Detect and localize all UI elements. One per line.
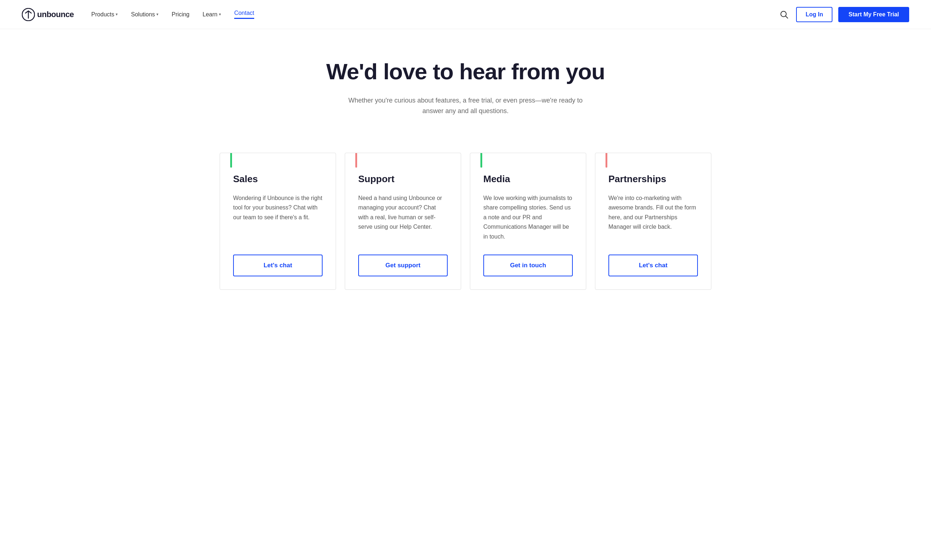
card-sales: Sales Wondering if Unbounce is the right…	[220, 153, 336, 290]
svg-line-2	[786, 16, 788, 18]
card-accent-partnerships	[606, 153, 607, 168]
trial-button[interactable]: Start My Free Trial	[838, 7, 909, 22]
nav-link-products[interactable]: Products ▾	[91, 11, 118, 18]
card-button-media[interactable]: Get in touch	[483, 255, 573, 276]
chevron-down-icon: ▾	[115, 12, 118, 17]
nav-link-pricing[interactable]: Pricing	[172, 11, 189, 18]
nav-link-learn[interactable]: Learn ▾	[203, 11, 221, 18]
card-accent-sales	[230, 153, 232, 168]
search-button[interactable]	[778, 8, 790, 21]
card-title-sales: Sales	[233, 174, 323, 185]
login-button[interactable]: Log In	[796, 7, 833, 22]
logo-link[interactable]: unbounce	[22, 8, 74, 21]
nav-item-pricing: Pricing	[172, 11, 189, 18]
card-desc-support: Need a hand using Unbounce or managing y…	[358, 194, 448, 242]
chevron-down-icon: ▾	[219, 12, 221, 17]
nav-item-contact: Contact	[234, 10, 254, 19]
chevron-down-icon: ▾	[156, 12, 159, 17]
hero-section: We'd love to hear from you Whether you'r…	[0, 29, 931, 138]
card-accent-support	[355, 153, 357, 168]
card-desc-partnerships: We're into co-marketing with awesome bra…	[608, 194, 698, 242]
card-support: Support Need a hand using Unbounce or ma…	[345, 153, 461, 290]
card-desc-media: We love working with journalists to shar…	[483, 194, 573, 242]
nav-item-solutions: Solutions ▾	[131, 11, 159, 18]
nav-links: Products ▾ Solutions ▾ Pricing Learn ▾ C…	[91, 10, 778, 19]
card-media: Media We love working with journalists t…	[470, 153, 586, 290]
nav-item-products: Products ▾	[91, 11, 118, 18]
hero-heading: We'd love to hear from you	[15, 58, 916, 85]
card-button-sales[interactable]: Let's chat	[233, 255, 323, 276]
nav-right: Log In Start My Free Trial	[778, 7, 909, 22]
card-partnerships: Partnerships We're into co-marketing wit…	[595, 153, 711, 290]
card-button-support[interactable]: Get support	[358, 255, 448, 276]
logo-text: unbounce	[37, 10, 74, 19]
card-title-partnerships: Partnerships	[608, 174, 698, 185]
card-accent-media	[480, 153, 482, 168]
svg-point-1	[781, 11, 786, 17]
hero-subheading: Whether you're curious about features, a…	[338, 95, 593, 116]
search-icon	[780, 11, 788, 18]
main-nav: unbounce Products ▾ Solutions ▾ Pricing …	[0, 0, 931, 29]
nav-link-contact[interactable]: Contact	[234, 10, 254, 19]
card-title-media: Media	[483, 174, 573, 185]
card-desc-sales: Wondering if Unbounce is the right tool …	[233, 194, 323, 242]
logo-icon	[22, 8, 35, 21]
nav-item-learn: Learn ▾	[203, 11, 221, 18]
nav-link-solutions[interactable]: Solutions ▾	[131, 11, 159, 18]
card-title-support: Support	[358, 174, 448, 185]
cards-section: Sales Wondering if Unbounce is the right…	[0, 138, 931, 319]
card-button-partnerships[interactable]: Let's chat	[608, 255, 698, 276]
